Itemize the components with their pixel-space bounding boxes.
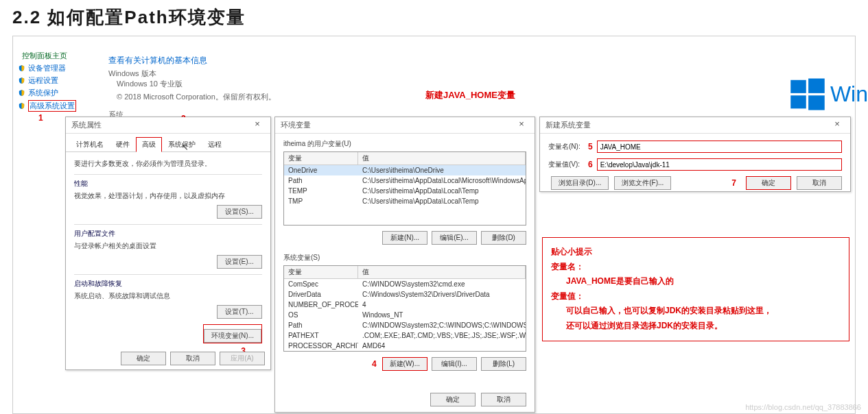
annotation-5: 5 [588,142,593,151]
system-info-heading: 查看有关计算机的基本信息 [108,55,207,66]
cancel-button[interactable]: 取消 [170,352,215,365]
group-desc: 与登录帐户相关的桌面设置 [74,241,262,251]
cell-val: AMD64 [358,341,526,350]
cell-var: TMP [284,197,358,206]
col-var: 变量 [284,266,358,278]
cell-var: OneDrive [284,166,358,175]
close-icon[interactable]: × [247,119,268,131]
svg-rect-0 [790,80,806,93]
table-row[interactable]: PATHEXT.COM;.EXE;.BAT;.CMD;.VBS;.VBE;.JS… [284,330,526,341]
table-row[interactable]: PROCESSOR_ARCHITECTAMD64 [284,341,526,351]
cancel-button[interactable]: 取消 [797,176,842,190]
sidebar-item-label: 设备管理器 [28,63,66,73]
var-name-label: 变量名(N): [548,142,584,151]
user-vars-label: itheima 的用户变量(U) [275,134,535,151]
ok-button[interactable]: 确定 [430,393,476,406]
annotation-6: 6 [588,160,593,169]
ok-button[interactable]: 确定 [121,352,166,365]
cell-val: C:\Windows\System32\Drivers\DriverData [358,290,526,299]
control-panel-home[interactable]: 控制面板主页 [22,51,67,61]
page-title: 2.2 如何配置Path环境变量 [0,0,868,29]
system-properties-dialog: 2 系统属性 × 计算机名硬件高级系统保护远程 ↖ 要进行大多数更改，你必须作为… [65,117,271,370]
sys-vars-list[interactable]: 变量值 ComSpecC:\WINDOWS\system32\cmd.exeDr… [283,265,526,352]
shield-icon [18,89,25,97]
windows-version-section: Windows 版本 Windows 10 专业版 © 2018 Microso… [108,69,276,105]
tip-name-label: 变量名： [551,260,841,275]
cell-val: C:\Users\itheima\AppData\Local\Temp [358,197,526,206]
group-desc: 视觉效果，处理器计划，内存使用，以及虚拟内存 [74,191,262,201]
control-panel-nav: 设备管理器远程设置系统保护高级系统设置 1 [18,63,76,123]
table-row[interactable]: PathC:\Users\itheima\AppData\Local\Micro… [284,175,526,186]
copyright-line: © 2018 Microsoft Corporation。保留所有权利。 [108,92,276,102]
table-row[interactable]: NUMBER_OF_PROCESSORS4 [284,300,526,310]
user-delete-button[interactable]: 删除(D) [481,231,526,245]
browse-dir-button[interactable]: 浏览目录(D)... [551,176,609,190]
close-icon[interactable]: × [827,119,847,131]
cancel-button[interactable]: 取消 [481,393,526,406]
tip-value-text2: 还可以通过浏览目录选择JDK的安装目录。 [551,319,841,334]
table-row[interactable]: OneDriveC:\Users\itheima\OneDrive [284,165,526,175]
sidebar-item[interactable]: 设备管理器 [18,63,76,73]
cell-val: 4 [358,300,526,309]
section-head: Windows 版本 [108,69,276,79]
group-title: 性能 [74,179,262,188]
cell-val: C:\WINDOWS\system32;C:\WINDOWS;C:\WINDOW… [358,321,526,330]
sys-delete-button[interactable]: 删除(L) [481,357,526,371]
user-edit-button[interactable]: 编辑(E)... [432,231,477,245]
sidebar-item[interactable]: 系统保护 [18,88,76,98]
browse-file-button[interactable]: 浏览文件(F)... [614,176,671,190]
user-vars-list[interactable]: 变量值 OneDriveC:\Users\itheima\OneDrivePat… [283,151,526,226]
shield-icon [18,102,25,110]
svg-rect-1 [808,79,825,93]
sys-new-button[interactable]: 新建(W)... [382,357,427,371]
group-title: 启动和故障恢复 [74,279,262,289]
new-sys-var-dialog: 新建系统变量 × 变量名(N): 5 变量值(V): 6 浏览目录(D)... … [539,117,851,192]
svg-rect-2 [790,95,806,108]
apply-button[interactable]: 应用(A) [220,352,265,365]
user-new-button[interactable]: 新建(N)... [382,231,427,245]
sys-edit-button[interactable]: 编辑(I)... [432,357,477,371]
cell-var: OS [284,310,358,319]
tip-name-text: JAVA_HOME是要自己输入的 [551,274,841,289]
cell-var: TEMP [284,186,358,195]
sidebar-item[interactable]: 高级系统设置 [18,100,76,112]
env-vars-button[interactable]: 环境变量(N)... [204,329,261,343]
sidebar-item-label: 远程设置 [28,75,58,86]
sidebar-item-label: 系统保护 [28,88,58,98]
annotation-7: 7 [731,178,736,188]
cell-val: C:\Users\itheima\AppData\Local\Microsoft… [358,176,526,185]
col-var: 变量 [284,152,358,165]
cell-val: Windows_NT [358,310,526,319]
tab-2[interactable]: 高级 [136,137,162,152]
sidebar-item[interactable]: 远程设置 [18,75,76,86]
table-row[interactable]: DriverDataC:\Windows\System32\Drivers\Dr… [284,289,526,300]
table-row[interactable]: OSWindows_NT [284,310,526,320]
dialog-title: 系统属性 [71,121,102,129]
tip-value-label: 变量值： [551,289,841,304]
windows-icon [789,75,826,112]
cell-var: Path [284,321,358,330]
table-row[interactable]: TEMPC:\Users\itheima\AppData\Local\Temp [284,186,526,196]
table-row[interactable]: PathC:\WINDOWS\system32;C:\WINDOWS;C:\WI… [284,320,526,330]
var-value-input[interactable] [597,158,842,171]
close-icon[interactable]: × [511,119,532,131]
windows-text: Win [830,82,868,107]
table-row[interactable]: ComSpecC:\WINDOWS\system32\cmd.exe [284,279,526,289]
settings-button[interactable]: 设置(S)... [217,205,262,219]
tab-0[interactable]: 计算机名 [70,137,110,152]
table-row[interactable]: TMPC:\Users\itheima\AppData\Local\Temp [284,196,526,206]
col-val: 值 [358,152,526,165]
sidebar-item-label: 高级系统设置 [28,100,76,112]
dialog-title: 环境变量 [281,121,311,129]
tab-1[interactable]: 硬件 [110,137,136,152]
admin-note: 要进行大多数更改，你必须作为管理员登录。 [74,159,262,169]
var-name-input[interactable] [597,141,842,153]
tab-4[interactable]: 远程 [202,137,228,152]
tab-strip: 计算机名硬件高级系统保护远程 [66,134,270,152]
ok-button[interactable]: 确定 [746,176,791,190]
settings-button[interactable]: 设置(T)... [217,305,262,319]
sys-vars-label: 系统变量(S) [275,247,535,265]
tip-value-text1: 可以自己输入，也可以复制JDK的安装目录粘贴到这里， [551,304,841,319]
settings-button[interactable]: 设置(E)... [217,255,262,269]
cell-var: DriverData [284,290,358,299]
